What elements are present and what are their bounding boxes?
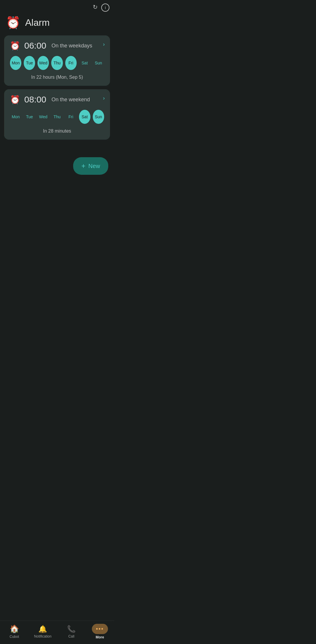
alarm-1-label: On the weekdays <box>51 43 92 49</box>
refresh-icon[interactable]: ↻ <box>93 4 98 12</box>
alarm-1-day-sun[interactable]: Sun <box>93 56 104 70</box>
alarm-2-day-mon[interactable]: Mon <box>10 110 21 124</box>
alarm-header-icon: ⏰ <box>6 16 20 30</box>
alarm-1-day-mon[interactable]: Mon <box>10 56 21 70</box>
fab-plus-icon: + <box>81 162 85 170</box>
alarm-1-day-thu[interactable]: Thu <box>51 56 63 70</box>
alarm-2-day-fri[interactable]: Fri <box>65 110 77 124</box>
alarm-card-1[interactable]: › ⏰ 06:00 On the weekdays Mon Tue Wed Th… <box>4 35 110 86</box>
alarm-2-day-wed[interactable]: Wed <box>37 110 49 124</box>
alarm-2-days: Mon Tue Wed Thu Fri Sat Sun <box>10 110 104 124</box>
app-header: ⏰ Alarm <box>0 13 114 35</box>
alarm-2-day-sat[interactable]: Sat <box>79 110 90 124</box>
alarm-1-day-tue[interactable]: Tue <box>24 56 35 70</box>
alarm-2-day-tue[interactable]: Tue <box>24 110 35 124</box>
alarm-1-chevron[interactable]: › <box>103 41 105 47</box>
alarm-2-day-sun[interactable]: Sun <box>93 110 104 124</box>
alarm-1-day-fri[interactable]: Fri <box>65 56 77 70</box>
info-icon[interactable]: i <box>101 4 109 12</box>
alarm-2-next: In 28 minutes <box>10 129 104 134</box>
alarm-2-chevron[interactable]: › <box>103 95 105 101</box>
alarm-2-time: 08:00 <box>24 95 46 105</box>
alarm-2-label: On the weekend <box>51 97 90 103</box>
status-bar: ↻ i <box>0 0 114 13</box>
alarm-2-icon: ⏰ <box>10 95 20 105</box>
alarms-list: › ⏰ 06:00 On the weekdays Mon Tue Wed Th… <box>0 35 114 140</box>
alarm-2-top: ⏰ 08:00 On the weekend <box>10 95 104 105</box>
alarm-1-day-wed[interactable]: Wed <box>37 56 49 70</box>
alarm-1-days: Mon Tue Wed Thu Fri Sat Sun <box>10 56 104 70</box>
alarm-1-next: In 22 hours (Mon, Sep 5) <box>10 75 104 80</box>
alarm-1-icon: ⏰ <box>10 41 20 51</box>
bottom-spacer <box>0 179 114 206</box>
page-title: Alarm <box>25 17 50 28</box>
alarm-1-day-sat[interactable]: Sat <box>79 56 90 70</box>
alarm-2-day-thu[interactable]: Thu <box>51 110 63 124</box>
alarm-card-2[interactable]: › ⏰ 08:00 On the weekend Mon Tue Wed Thu… <box>4 89 110 140</box>
alarm-1-time: 06:00 <box>24 41 46 51</box>
alarm-1-top: ⏰ 06:00 On the weekdays <box>10 41 104 51</box>
fab-label: New <box>88 163 100 169</box>
fab-container: + New <box>0 151 114 179</box>
new-alarm-button[interactable]: + New <box>73 157 108 175</box>
